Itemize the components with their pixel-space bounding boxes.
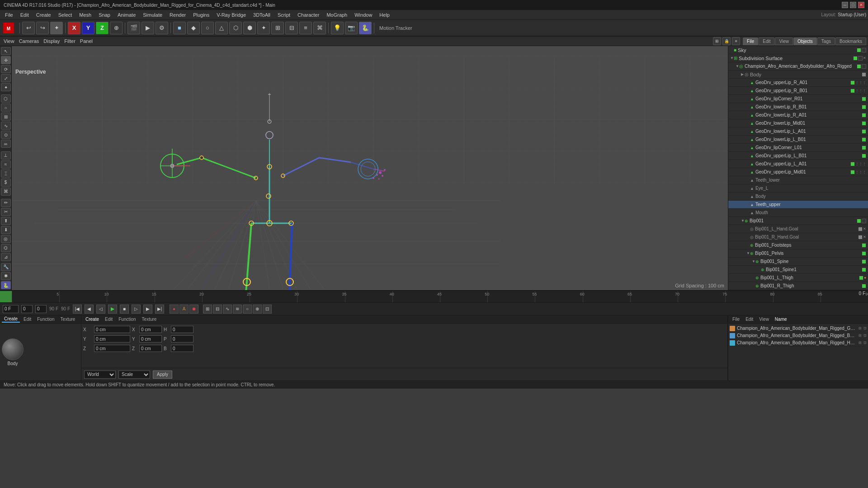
fcurve-button[interactable]: ∿: [223, 305, 232, 314]
attr-tab-texture[interactable]: Texture: [140, 316, 159, 322]
menu-animate[interactable]: Animate: [114, 11, 139, 19]
object-btn4[interactable]: △: [215, 22, 228, 34]
attr-tab-function[interactable]: Function: [116, 316, 138, 322]
minimize-button[interactable]: ─: [842, 2, 848, 8]
lv-btn14[interactable]: ⌶: [1, 169, 11, 178]
viewport-settings[interactable]: ≡: [732, 37, 740, 45]
obj-geodrv-7[interactable]: ▲ GeoDrv_lowerLip_L_A01: [728, 127, 868, 136]
tab-file[interactable]: File: [743, 38, 758, 45]
tab-bookmarks[interactable]: Bookmarks: [835, 38, 866, 45]
tab-objects[interactable]: Objects: [793, 38, 817, 45]
menu-help[interactable]: Help: [376, 11, 393, 19]
obj-geodrv-5[interactable]: ▲ GeoDrv_lowerLip_R_A01: [728, 111, 868, 119]
obj-bip-pelvis[interactable]: ▼ ⊕ Bip001_Pelvis: [728, 249, 868, 258]
obj-bip-spine[interactable]: ▼ ⊕ Bip001_Spine: [728, 258, 868, 266]
timeline-btn5[interactable]: ○: [243, 305, 252, 314]
attr-tab-create[interactable]: Create: [83, 316, 101, 322]
panel-menu[interactable]: Panel: [78, 38, 94, 44]
viewport-lock[interactable]: 🔒: [722, 37, 731, 45]
lv-btn8[interactable]: ⊞: [1, 113, 11, 121]
keyframe-add-button[interactable]: ●: [170, 305, 179, 314]
rb-tab-edit[interactable]: Edit: [743, 316, 755, 322]
obj-bip-footsteps[interactable]: ⊕ Bip001_Footsteps: [728, 241, 868, 249]
lv-btn15[interactable]: $: [1, 178, 11, 187]
menu-select[interactable]: Select: [55, 11, 75, 19]
y-input[interactable]: [94, 335, 130, 343]
z2-input[interactable]: [139, 345, 162, 352]
p-input[interactable]: [171, 335, 193, 343]
viewport[interactable]: X Y Z Perspective Grid Spacing : 100 cm: [12, 46, 728, 290]
h-input[interactable]: [171, 326, 193, 333]
lv-btn10[interactable]: ⊙: [1, 131, 11, 139]
lv-btn12[interactable]: ⊥: [1, 151, 11, 160]
attr-tab-edit[interactable]: Edit: [103, 316, 115, 322]
x-input[interactable]: [94, 326, 130, 333]
obj-eye-l[interactable]: ▲ Eye_L: [728, 184, 868, 192]
frame-input2[interactable]: [35, 305, 47, 313]
lv-btn6[interactable]: ⬡: [1, 94, 11, 103]
new-button[interactable]: ✦: [50, 22, 63, 34]
mat-tab-edit[interactable]: Edit: [21, 316, 33, 322]
record-button[interactable]: ⏺: [189, 305, 198, 314]
next-frame-button[interactable]: ▶: [143, 305, 152, 314]
menu-snap[interactable]: Snap: [95, 11, 113, 19]
obj-bip-spine1[interactable]: ⊕ Bip001_Spine1: [728, 266, 868, 274]
lv-btn25[interactable]: ✱: [1, 272, 11, 280]
cube-button[interactable]: ■: [173, 22, 186, 34]
material-preview-ball[interactable]: [2, 338, 24, 360]
display-menu[interactable]: Display: [42, 38, 61, 44]
menu-create[interactable]: Create: [33, 11, 54, 19]
view-menu[interactable]: View: [2, 38, 16, 44]
object-btn7[interactable]: ✦: [257, 22, 270, 34]
tab-edit[interactable]: Edit: [759, 38, 774, 45]
transform-mode-dropdown[interactable]: Scale Rotate Move: [118, 371, 150, 379]
frame-start-field[interactable]: [3, 305, 19, 313]
lv-btn1[interactable]: ↖: [1, 47, 11, 55]
z-axis-button[interactable]: Z: [96, 22, 108, 34]
lv-btn5[interactable]: ✦: [1, 83, 11, 91]
menu-3dtoall[interactable]: 3DToAll: [250, 11, 274, 19]
maximize-button[interactable]: □: [850, 2, 856, 8]
light-button[interactable]: 💡: [331, 22, 344, 34]
obj-body-mesh[interactable]: ▲ Body: [728, 192, 868, 201]
undo-button[interactable]: ↩: [22, 22, 35, 34]
object-btn8[interactable]: ⊞: [271, 22, 284, 34]
obj-geodrv-4[interactable]: ▲ GeoDrv_lowerLip_R_B01: [728, 103, 868, 111]
prev-key-button[interactable]: ◁: [96, 305, 105, 314]
menu-edit[interactable]: Edit: [17, 11, 32, 19]
menu-plugins[interactable]: Plugins: [190, 11, 212, 19]
lv-btn23[interactable]: ⊿: [1, 253, 11, 261]
mat-tab-texture[interactable]: Texture: [58, 316, 78, 322]
viewport-maximize[interactable]: ⊞: [713, 37, 721, 45]
menu-simulate[interactable]: Simulate: [140, 11, 165, 19]
y-axis-button[interactable]: Y: [82, 22, 94, 34]
timeline-expand[interactable]: ⊞: [203, 305, 212, 314]
python-button[interactable]: 🐍: [359, 22, 372, 34]
obj-geodrv-11[interactable]: ▲ GeoDrv_upperLip_L_A01 ⋮⋮⋮: [728, 160, 868, 168]
timeline-track[interactable]: 0 F 051015202530354045505560657075808590: [12, 291, 868, 302]
obj-bip-lhand[interactable]: ◎ Bip001_L_Hand.Goal ✕: [728, 225, 868, 233]
lv-btn24[interactable]: 🔧: [1, 263, 11, 271]
tab-tags[interactable]: Tags: [817, 38, 835, 45]
obj-teeth-lower[interactable]: ▲ Teeth_lower: [728, 176, 868, 184]
mat-tab-create[interactable]: Create: [2, 316, 20, 323]
lv-btn3[interactable]: ⟳: [1, 65, 11, 73]
obj-geodrv-3[interactable]: ▲ GeoDrv_lipCorner_R01: [728, 95, 868, 103]
lv-btn11[interactable]: ∞: [1, 140, 11, 148]
lv-btn20[interactable]: ⬇: [1, 226, 11, 234]
obj-sky[interactable]: ■ Sky: [728, 46, 868, 54]
lv-btn13[interactable]: ≈: [1, 160, 11, 169]
lv-btn21[interactable]: ◎: [1, 235, 11, 243]
frame-input[interactable]: [21, 305, 33, 313]
rb-tab-file[interactable]: File: [730, 316, 742, 322]
timeline-btn6[interactable]: ⊕: [253, 305, 262, 314]
rb-item-1[interactable]: Champion_Afro_American_Bodybuilder_Man_R…: [730, 325, 867, 332]
auto-key-button[interactable]: A: [179, 305, 189, 314]
obj-geodrv-9[interactable]: ▲ GeoDrv_lipCorner_L01: [728, 144, 868, 152]
obj-bip-rhand[interactable]: ◎ Bip001_R_Hand.Goal ✕: [728, 233, 868, 241]
tab-view[interactable]: View: [775, 38, 793, 45]
render-settings-button[interactable]: ⚙: [156, 22, 168, 34]
object-btn11[interactable]: ⌘: [313, 22, 326, 34]
play-button[interactable]: ▶: [108, 305, 117, 314]
mat-tab-function[interactable]: Function: [35, 316, 57, 322]
